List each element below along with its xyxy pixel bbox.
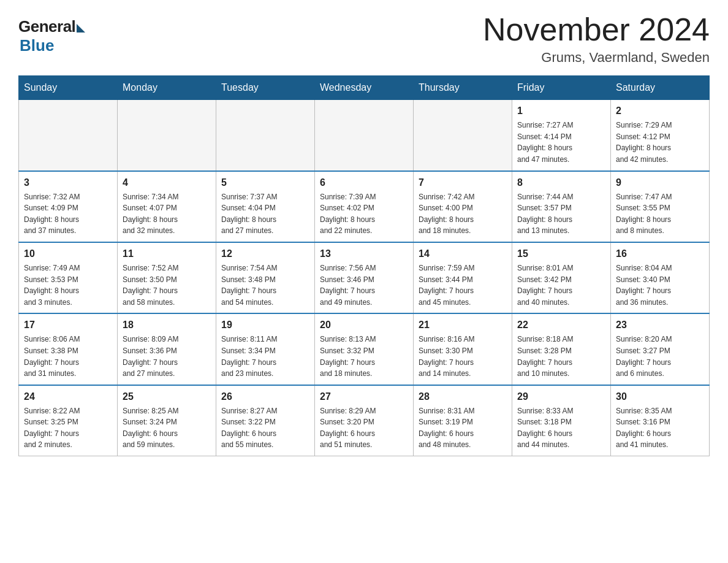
calendar-cell: 11Sunrise: 7:52 AM Sunset: 3:50 PM Dayli… xyxy=(118,242,216,313)
day-number: 19 xyxy=(221,318,309,332)
day-info: Sunrise: 8:13 AM Sunset: 3:32 PM Dayligh… xyxy=(320,334,408,379)
day-info: Sunrise: 7:37 AM Sunset: 4:04 PM Dayligh… xyxy=(221,191,309,237)
weekday-header-thursday: Thursday xyxy=(414,76,512,100)
calendar-cell xyxy=(216,100,315,171)
day-number: 20 xyxy=(320,318,408,332)
calendar-cell: 9Sunrise: 7:47 AM Sunset: 3:55 PM Daylig… xyxy=(611,171,710,242)
calendar-cell: 27Sunrise: 8:29 AM Sunset: 3:20 PM Dayli… xyxy=(315,385,414,456)
calendar-cell: 25Sunrise: 8:25 AM Sunset: 3:24 PM Dayli… xyxy=(118,385,216,456)
location-subtitle: Grums, Vaermland, Sweden xyxy=(483,50,710,66)
day-number: 5 xyxy=(221,175,309,190)
day-info: Sunrise: 8:35 AM Sunset: 3:16 PM Dayligh… xyxy=(616,405,704,451)
weekday-header-sunday: Sunday xyxy=(19,76,118,100)
calendar-cell: 19Sunrise: 8:11 AM Sunset: 3:34 PM Dayli… xyxy=(216,313,315,385)
day-number: 4 xyxy=(123,175,211,190)
day-info: Sunrise: 7:54 AM Sunset: 3:48 PM Dayligh… xyxy=(221,262,309,308)
day-info: Sunrise: 7:47 AM Sunset: 3:55 PM Dayligh… xyxy=(616,191,704,237)
calendar-cell: 29Sunrise: 8:33 AM Sunset: 3:18 PM Dayli… xyxy=(512,385,611,456)
calendar-cell: 8Sunrise: 7:44 AM Sunset: 3:57 PM Daylig… xyxy=(512,171,611,242)
calendar-week-row: 10Sunrise: 7:49 AM Sunset: 3:53 PM Dayli… xyxy=(19,242,710,313)
day-info: Sunrise: 7:39 AM Sunset: 4:02 PM Dayligh… xyxy=(320,191,408,237)
day-number: 11 xyxy=(123,247,211,261)
calendar-cell: 28Sunrise: 8:31 AM Sunset: 3:19 PM Dayli… xyxy=(414,385,512,456)
day-number: 8 xyxy=(517,175,605,190)
day-number: 12 xyxy=(221,247,309,261)
day-number: 1 xyxy=(517,104,605,118)
calendar-week-row: 17Sunrise: 8:06 AM Sunset: 3:38 PM Dayli… xyxy=(19,313,710,385)
day-info: Sunrise: 8:16 AM Sunset: 3:30 PM Dayligh… xyxy=(419,334,507,379)
calendar-cell: 14Sunrise: 7:59 AM Sunset: 3:44 PM Dayli… xyxy=(414,242,512,313)
day-info: Sunrise: 8:06 AM Sunset: 3:38 PM Dayligh… xyxy=(24,334,112,379)
day-info: Sunrise: 8:01 AM Sunset: 3:42 PM Dayligh… xyxy=(517,262,605,308)
day-info: Sunrise: 8:25 AM Sunset: 3:24 PM Dayligh… xyxy=(123,405,211,451)
calendar-cell: 5Sunrise: 7:37 AM Sunset: 4:04 PM Daylig… xyxy=(216,171,315,242)
logo-triangle-icon xyxy=(77,24,85,33)
day-number: 15 xyxy=(517,247,605,261)
day-info: Sunrise: 7:27 AM Sunset: 4:14 PM Dayligh… xyxy=(517,120,605,165)
day-info: Sunrise: 7:42 AM Sunset: 4:00 PM Dayligh… xyxy=(419,191,507,237)
day-info: Sunrise: 8:20 AM Sunset: 3:27 PM Dayligh… xyxy=(616,334,704,379)
day-number: 18 xyxy=(123,318,211,332)
calendar-week-row: 24Sunrise: 8:22 AM Sunset: 3:25 PM Dayli… xyxy=(19,385,710,456)
calendar-cell xyxy=(118,100,216,171)
day-number: 13 xyxy=(320,247,408,261)
calendar-week-row: 1Sunrise: 7:27 AM Sunset: 4:14 PM Daylig… xyxy=(19,100,710,171)
day-number: 3 xyxy=(24,175,112,190)
month-title: November 2024 xyxy=(483,12,710,47)
weekday-header-friday: Friday xyxy=(512,76,611,100)
calendar-cell: 13Sunrise: 7:56 AM Sunset: 3:46 PM Dayli… xyxy=(315,242,414,313)
calendar-cell xyxy=(19,100,118,171)
calendar-cell: 2Sunrise: 7:29 AM Sunset: 4:12 PM Daylig… xyxy=(611,100,710,171)
logo: General Blue xyxy=(18,12,85,55)
day-info: Sunrise: 8:09 AM Sunset: 3:36 PM Dayligh… xyxy=(123,334,211,379)
day-info: Sunrise: 7:49 AM Sunset: 3:53 PM Dayligh… xyxy=(24,262,112,308)
day-info: Sunrise: 8:04 AM Sunset: 3:40 PM Dayligh… xyxy=(616,262,704,308)
calendar-cell: 24Sunrise: 8:22 AM Sunset: 3:25 PM Dayli… xyxy=(19,385,118,456)
calendar-cell: 20Sunrise: 8:13 AM Sunset: 3:32 PM Dayli… xyxy=(315,313,414,385)
day-number: 14 xyxy=(419,247,507,261)
day-number: 2 xyxy=(616,104,704,118)
day-number: 22 xyxy=(517,318,605,332)
day-info: Sunrise: 8:11 AM Sunset: 3:34 PM Dayligh… xyxy=(221,334,309,379)
logo-general-text: General xyxy=(18,17,75,36)
calendar-cell: 15Sunrise: 8:01 AM Sunset: 3:42 PM Dayli… xyxy=(512,242,611,313)
calendar-cell: 18Sunrise: 8:09 AM Sunset: 3:36 PM Dayli… xyxy=(118,313,216,385)
calendar-cell: 10Sunrise: 7:49 AM Sunset: 3:53 PM Dayli… xyxy=(19,242,118,313)
day-info: Sunrise: 8:27 AM Sunset: 3:22 PM Dayligh… xyxy=(221,405,309,451)
weekday-header-wednesday: Wednesday xyxy=(315,76,414,100)
logo-blue-text: Blue xyxy=(20,36,54,55)
day-info: Sunrise: 8:29 AM Sunset: 3:20 PM Dayligh… xyxy=(320,405,408,451)
day-info: Sunrise: 8:33 AM Sunset: 3:18 PM Dayligh… xyxy=(517,405,605,451)
weekday-header-monday: Monday xyxy=(118,76,216,100)
day-info: Sunrise: 7:32 AM Sunset: 4:09 PM Dayligh… xyxy=(24,191,112,237)
calendar-header-row: SundayMondayTuesdayWednesdayThursdayFrid… xyxy=(19,76,710,100)
day-info: Sunrise: 8:18 AM Sunset: 3:28 PM Dayligh… xyxy=(517,334,605,379)
day-info: Sunrise: 7:52 AM Sunset: 3:50 PM Dayligh… xyxy=(123,262,211,308)
day-number: 27 xyxy=(320,389,408,404)
day-number: 29 xyxy=(517,389,605,404)
title-section: November 2024 Grums, Vaermland, Sweden xyxy=(483,12,710,66)
day-number: 7 xyxy=(419,175,507,190)
day-number: 17 xyxy=(24,318,112,332)
calendar-cell: 6Sunrise: 7:39 AM Sunset: 4:02 PM Daylig… xyxy=(315,171,414,242)
calendar-cell xyxy=(414,100,512,171)
calendar-table: SundayMondayTuesdayWednesdayThursdayFrid… xyxy=(18,75,710,456)
day-number: 24 xyxy=(24,389,112,404)
calendar-cell: 23Sunrise: 8:20 AM Sunset: 3:27 PM Dayli… xyxy=(611,313,710,385)
weekday-header-tuesday: Tuesday xyxy=(216,76,315,100)
day-info: Sunrise: 8:31 AM Sunset: 3:19 PM Dayligh… xyxy=(419,405,507,451)
calendar-cell xyxy=(315,100,414,171)
day-number: 26 xyxy=(221,389,309,404)
day-number: 21 xyxy=(419,318,507,332)
day-number: 9 xyxy=(616,175,704,190)
calendar-cell: 16Sunrise: 8:04 AM Sunset: 3:40 PM Dayli… xyxy=(611,242,710,313)
calendar-cell: 21Sunrise: 8:16 AM Sunset: 3:30 PM Dayli… xyxy=(414,313,512,385)
day-info: Sunrise: 7:44 AM Sunset: 3:57 PM Dayligh… xyxy=(517,191,605,237)
calendar-cell: 12Sunrise: 7:54 AM Sunset: 3:48 PM Dayli… xyxy=(216,242,315,313)
day-info: Sunrise: 8:22 AM Sunset: 3:25 PM Dayligh… xyxy=(24,405,112,451)
calendar-cell: 3Sunrise: 7:32 AM Sunset: 4:09 PM Daylig… xyxy=(19,171,118,242)
calendar-cell: 30Sunrise: 8:35 AM Sunset: 3:16 PM Dayli… xyxy=(611,385,710,456)
day-number: 30 xyxy=(616,389,704,404)
day-info: Sunrise: 7:59 AM Sunset: 3:44 PM Dayligh… xyxy=(419,262,507,308)
day-number: 16 xyxy=(616,247,704,261)
